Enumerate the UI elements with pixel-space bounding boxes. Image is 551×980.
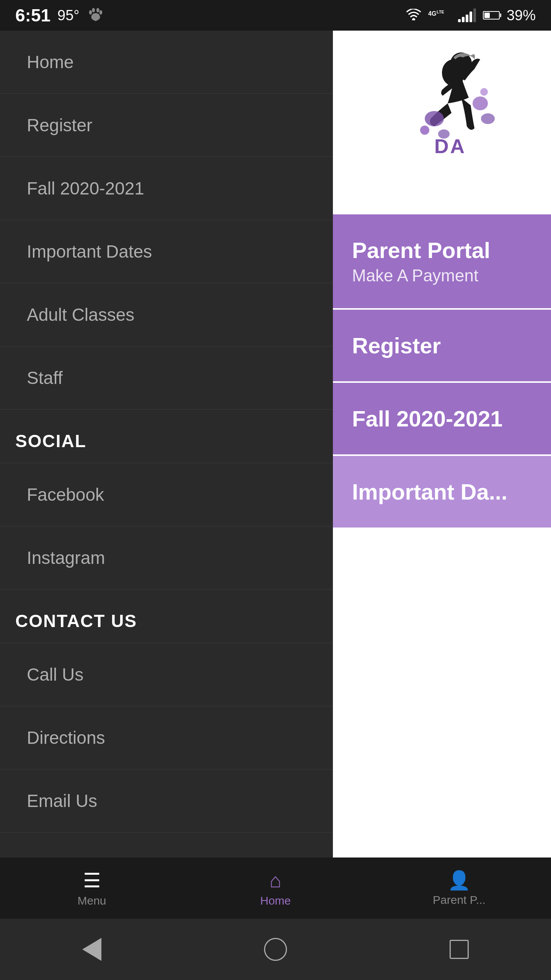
content-area: DA Parent Portal Make A Payment Register… <box>333 31 551 919</box>
logo-area: DA <box>333 31 551 214</box>
main-layout: Home Register Fall 2020-2021 Important D… <box>0 31 551 919</box>
sidebar-item-register[interactable]: Register <box>0 94 333 157</box>
parent-portal-card[interactable]: Parent Portal Make A Payment <box>333 214 551 310</box>
svg-point-12 <box>420 126 429 135</box>
svg-point-3 <box>99 10 102 15</box>
status-temperature: 95° <box>57 7 79 24</box>
wifi-icon <box>406 9 421 22</box>
svg-text:LTE: LTE <box>437 10 444 14</box>
sidebar-item-facebook[interactable]: Facebook <box>0 463 333 526</box>
home-circle-icon <box>264 938 287 961</box>
svg-text:DA: DA <box>434 135 466 157</box>
sidebar-item-instagram[interactable]: Instagram <box>0 526 333 590</box>
status-right: 4G LTE 39% <box>406 7 536 24</box>
4g-lte-icon: 4G LTE <box>428 7 451 23</box>
register-card[interactable]: Register <box>333 310 551 383</box>
svg-point-13 <box>480 88 488 96</box>
battery-percent: 39% <box>507 7 536 24</box>
bottom-nav-menu[interactable]: ☰ Menu <box>0 858 184 919</box>
svg-point-0 <box>89 10 92 15</box>
android-back-button[interactable] <box>77 934 107 965</box>
bottom-nav-parent-portal[interactable]: 👤 Parent P... <box>367 858 551 919</box>
back-triangle-icon <box>82 938 101 961</box>
svg-point-9 <box>425 111 444 126</box>
status-left: 6:51 95° <box>15 5 105 26</box>
android-nav-bar <box>0 919 551 980</box>
svg-point-10 <box>473 96 488 110</box>
content-cards: Parent Portal Make A Payment Register Fa… <box>333 214 551 529</box>
fall2020-card[interactable]: Fall 2020-2021 <box>333 383 551 456</box>
svg-point-2 <box>96 8 99 12</box>
contact-us-section-header: CONTACT US <box>0 590 333 643</box>
signal-bars-icon <box>458 8 476 22</box>
sidebar-item-fall2020[interactable]: Fall 2020-2021 <box>0 157 333 220</box>
bottom-nav-home-label: Home <box>260 894 291 907</box>
android-recents-button[interactable] <box>444 934 474 965</box>
important-dates-card[interactable]: Important Da... <box>333 456 551 529</box>
sidebar-item-adult-classes[interactable]: Adult Classes <box>0 283 333 346</box>
svg-point-4 <box>412 19 414 20</box>
home-icon: ⌂ <box>269 869 281 892</box>
bottom-nav-home[interactable]: ⌂ Home <box>184 858 367 919</box>
bottom-nav-parent-portal-label: Parent P... <box>433 893 486 906</box>
android-home-button[interactable] <box>260 934 291 965</box>
sidebar-item-staff[interactable]: Staff <box>0 346 333 410</box>
sidebar-item-email-us[interactable]: Email Us <box>0 769 333 833</box>
status-bar: 6:51 95° 4G LTE <box>0 0 551 31</box>
recents-square-icon <box>450 940 469 959</box>
parent-portal-icon: 👤 <box>448 870 471 891</box>
dancer-illustration: DA <box>385 42 499 203</box>
sidebar-item-call-us[interactable]: Call Us <box>0 643 333 706</box>
social-section-header: SOCIAL <box>0 410 333 463</box>
svg-text:4G: 4G <box>428 10 436 17</box>
battery-icon <box>483 11 500 20</box>
sidebar-item-important-dates[interactable]: Important Dates <box>0 220 333 283</box>
svg-point-14 <box>481 113 495 124</box>
sidebar-item-directions[interactable]: Directions <box>0 706 333 769</box>
sidebar-item-home[interactable]: Home <box>0 31 333 94</box>
sidebar-drawer: Home Register Fall 2020-2021 Important D… <box>0 31 333 919</box>
status-time: 6:51 <box>15 5 51 26</box>
bottom-nav-menu-label: Menu <box>77 894 106 907</box>
menu-icon: ☰ <box>83 869 101 892</box>
bottom-nav-bar: ☰ Menu ⌂ Home 👤 Parent P... <box>0 858 551 919</box>
paw-icon <box>86 6 105 24</box>
svg-point-1 <box>92 8 95 12</box>
